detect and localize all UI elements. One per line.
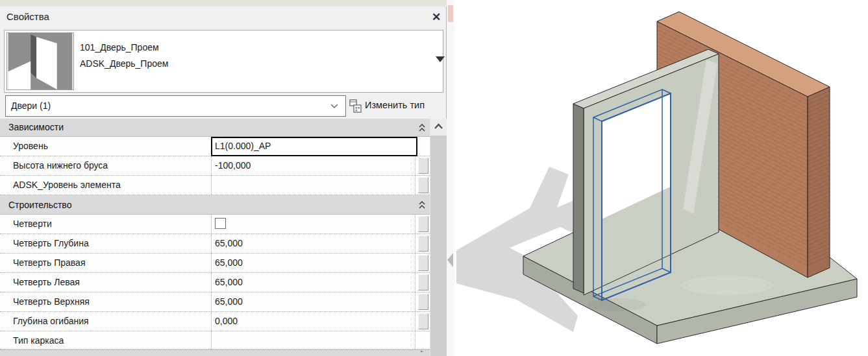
ribbon-bottom-strip [0,0,447,6]
property-value [211,215,415,233]
property-row: Уровень L1(0.000)_AP [0,137,430,156]
property-value[interactable]: -100,000 [211,156,415,175]
property-value[interactable]: 65,000 [211,292,415,311]
slab-highlight [682,276,773,295]
element-filter-value: Двери (1) [11,101,51,111]
property-label: Четверть Глубина [13,238,89,248]
level-value-input[interactable]: L1(0.000)_AP [211,137,417,156]
property-row: Четверть Левая 65,000 [0,273,430,292]
property-label: Четверть Правая [13,257,86,268]
property-row: Высота нижнего бруса -100,000 [0,156,430,176]
door-opening-thumbnail-graphic [7,33,73,89]
row-side-button[interactable] [418,313,428,329]
property-label: Четверть Левая [13,277,80,287]
palette-title: Свойства [6,11,49,22]
property-label: Высота нижнего бруса [13,160,108,171]
property-row: ADSK_Уровень элемента [0,176,430,195]
3d-scene [454,0,868,356]
palette-splitter[interactable] [447,0,454,356]
row-side-button[interactable] [418,255,428,271]
chevron-up-icon [430,119,447,136]
vertical-scrollbar[interactable] [430,119,447,356]
property-value[interactable]: 0,000 [211,312,415,331]
property-row: Четверть Верхняя 65,000 [0,292,430,312]
edit-type-label: Изменить тип [365,100,425,110]
row-side-button[interactable] [418,216,428,232]
revit-window: Свойства ✕ 101_Дверь_Проем ADSK_Дверь_Пр… [0,0,868,356]
property-label: Четверть Верхняя [13,296,90,307]
quarters-checkbox[interactable] [215,218,226,229]
chevron-down-icon [330,104,338,109]
close-icon[interactable]: ✕ [428,10,444,25]
splitter-accent [448,5,453,22]
property-value[interactable]: 65,000 [211,234,415,253]
property-row: Четверть Правая 65,000 [0,254,430,273]
splitter-collapse-arrow[interactable] [447,253,453,267]
property-row: Четверть Глубина 65,000 [0,234,430,254]
next-section-bar [0,350,430,356]
property-value[interactable] [211,331,415,349]
slab-mottle [588,298,646,311]
type-name: ADSK_Дверь_Проем [80,58,168,69]
property-value[interactable]: 65,000 [211,273,415,292]
property-value[interactable]: 65,000 [211,254,415,272]
type-selector[interactable]: 101_Дверь_Проем ADSK_Дверь_Проем [4,30,443,93]
row-side-button[interactable] [418,235,428,252]
section-title: Строительство [8,200,71,210]
section-header-constraints[interactable]: Зависимости [0,119,430,137]
property-label: Тип каркаса [13,335,64,346]
row-side-button[interactable] [418,294,428,310]
property-label: Глубина огибания [13,316,89,326]
property-row: Тип каркаса [0,331,430,350]
family-name: 101_Дверь_Проем [80,42,159,53]
row-side-button[interactable] [418,177,428,193]
type-selector-dropdown-icon[interactable] [436,56,445,62]
3d-view[interactable] [454,0,868,356]
collapse-section-icon[interactable] [418,123,426,132]
property-label: Четверти [13,219,52,229]
edit-type-button[interactable]: Изменить тип [349,97,444,116]
family-thumbnail [6,32,74,90]
property-row: Четверти [0,215,430,234]
element-filter-combo[interactable]: Двери (1) [5,95,346,117]
collapse-section-icon-small[interactable]: ⌃ [419,350,424,356]
collapse-section-icon[interactable] [418,200,426,209]
property-label: ADSK_Уровень элемента [13,180,121,190]
row-side-button[interactable] [418,158,428,174]
row-side-button[interactable] [418,274,428,291]
palette-header: Свойства ✕ [0,6,447,30]
property-row: Глубина огибания 0,000 [0,312,430,331]
scrollbar-up-button[interactable] [430,119,447,136]
section-title: Зависимости [8,122,64,132]
property-label: Уровень [13,141,48,151]
properties-palette: Свойства ✕ 101_Дверь_Проем ADSK_Дверь_Пр… [0,6,447,356]
edit-type-icon [349,99,362,113]
concrete-wall-end-face [573,104,584,293]
section-header-construction[interactable]: Строительство [0,195,430,215]
property-value[interactable] [211,176,415,195]
